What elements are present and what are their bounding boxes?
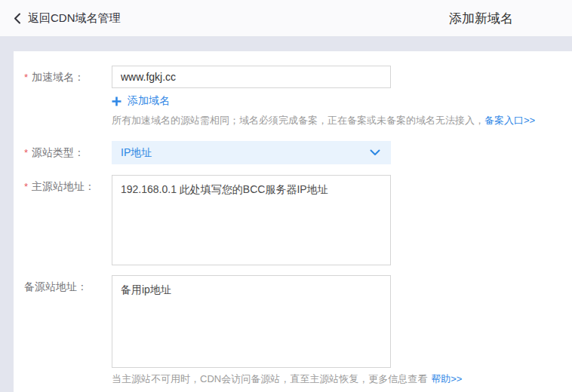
required-mark: * <box>24 72 28 83</box>
origin-type-label: *源站类型： <box>24 141 112 164</box>
add-domain-label: 添加域名 <box>128 94 170 108</box>
chevron-down-icon <box>370 149 380 156</box>
accel-domain-label: *加速域名： <box>24 66 112 88</box>
backup-origin-row: 备源站地址： 备用ip地址 <box>24 275 572 368</box>
plus-icon <box>112 96 121 106</box>
add-domain-form-card: *加速域名： 添加域名 所有加速域名的源站需相同；域名必须完成备案，正在备案或未… <box>14 51 572 392</box>
accel-domain-help-text: 所有加速域名的源站需相同；域名必须完成备案，正在备案或未备案的域名无法接入， <box>112 115 484 126</box>
origin-type-selected-value: IP地址 <box>121 146 152 160</box>
primary-origin-label: *主源站地址： <box>24 175 112 265</box>
accel-domain-control <box>112 66 391 88</box>
accel-domain-label-text: 加速域名： <box>32 71 85 83</box>
origin-type-dropdown[interactable]: IP地址 <box>112 141 391 164</box>
backup-origin-control: 备用ip地址 <box>112 275 391 368</box>
back-button[interactable]: 返回CDN域名管理 <box>14 11 121 26</box>
backup-origin-textarea[interactable]: 备用ip地址 <box>112 275 391 368</box>
add-domain-link[interactable]: 添加域名 <box>112 95 572 107</box>
primary-origin-textarea[interactable]: 192.168.0.1 此处填写您的BCC服务器IP地址 <box>112 175 391 265</box>
primary-origin-label-text: 主源站地址： <box>32 180 95 192</box>
origin-type-label-text: 源站类型： <box>32 146 85 158</box>
header-bar: 返回CDN域名管理 添加新域名 <box>0 0 572 36</box>
required-mark: * <box>24 147 28 158</box>
accel-domain-input[interactable] <box>112 66 391 88</box>
accel-domain-help: 所有加速域名的源站需相同；域名必须完成备案，正在备案或未备案的域名无法接入，备案… <box>112 115 572 127</box>
help-link[interactable]: 帮助>> <box>431 373 462 384</box>
beian-entry-link[interactable]: 备案入口>> <box>484 115 535 126</box>
accel-domain-row: *加速域名： <box>24 66 572 88</box>
backup-origin-help: 当主源站不可用时，CDN会访问备源站，直至主源站恢复，更多信息查看帮助>> <box>112 373 572 385</box>
page-title: 添加新域名 <box>449 10 513 27</box>
backup-origin-help-text: 当主源站不可用时，CDN会访问备源站，直至主源站恢复，更多信息查看 <box>112 373 427 384</box>
chevron-left-icon <box>14 13 21 24</box>
origin-type-control: IP地址 <box>112 141 391 164</box>
backup-origin-label-text: 备源站地址： <box>24 280 88 292</box>
back-label: 返回CDN域名管理 <box>28 11 121 26</box>
primary-origin-row: *主源站地址： 192.168.0.1 此处填写您的BCC服务器IP地址 <box>24 175 572 265</box>
primary-origin-control: 192.168.0.1 此处填写您的BCC服务器IP地址 <box>112 175 391 265</box>
required-mark: * <box>24 181 28 192</box>
backup-origin-label: 备源站地址： <box>24 275 112 368</box>
origin-type-row: *源站类型： IP地址 <box>24 141 572 164</box>
